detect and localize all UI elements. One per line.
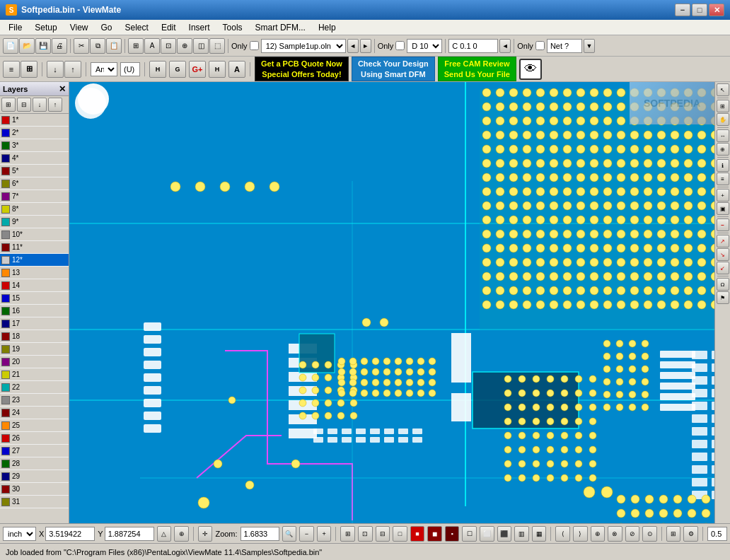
layer-row[interactable]: 22 (0, 381, 69, 394)
open-btn[interactable]: 📂 (19, 38, 35, 54)
layer-row[interactable]: 27 (0, 445, 69, 457)
layers-toggle-btn[interactable]: ≡ (3, 61, 20, 78)
layer-row[interactable]: 21 (0, 368, 69, 381)
save-btn[interactable]: 💾 (35, 38, 51, 54)
layer-row[interactable]: 16 (0, 305, 69, 317)
layer-row[interactable]: 11* (0, 241, 69, 254)
layer-row[interactable]: 6* (0, 177, 69, 190)
extra-btn1[interactable]: ⟨ (555, 526, 570, 542)
grid-btn[interactable]: ⊞ (666, 526, 681, 542)
menu-help[interactable]: Help (313, 21, 342, 34)
menu-setup[interactable]: Setup (29, 21, 62, 34)
menu-tools[interactable]: Tools (217, 21, 248, 34)
print-btn[interactable]: 🖨 (52, 38, 67, 54)
tool4-btn[interactable]: ⊕ (177, 38, 192, 54)
menu-smartdfm[interactable]: Smart DFM... (250, 21, 311, 34)
move-down-btn[interactable]: ↓ (47, 61, 64, 78)
sample-select[interactable]: 12) Sample1up.oln (261, 39, 346, 53)
rt-btn-zoom-region[interactable]: ⊞ (717, 100, 729, 112)
rt-btn-pan[interactable]: ✋ (717, 113, 729, 126)
tool6-btn[interactable]: ⬚ (209, 38, 225, 54)
layer-row[interactable]: 9* (0, 216, 69, 228)
paste-btn[interactable]: 📋 (106, 38, 122, 54)
toolbar2-btn5[interactable]: A (228, 61, 245, 78)
view-btn1[interactable]: ⊞ (340, 526, 355, 542)
rt-btn-info[interactable]: ℹ (717, 159, 729, 172)
banner-cam[interactable]: Free CAM Review Send Us Your File (438, 57, 516, 81)
view-btn2[interactable]: ⊡ (358, 526, 373, 542)
view-btn8[interactable]: ☐ (462, 526, 477, 542)
layer-row[interactable]: 2* (0, 127, 69, 139)
sample-next[interactable]: ► (360, 39, 371, 53)
layer-row[interactable]: 17 (0, 317, 69, 330)
rt-btn-net[interactable]: Ω (717, 278, 729, 291)
layer-row[interactable]: 14 (0, 279, 69, 292)
view-btn5[interactable]: ■ (410, 526, 425, 542)
rt-btn-check[interactable]: ↙ (717, 262, 729, 274)
only-check2[interactable] (395, 41, 405, 50)
menu-insert[interactable]: Insert (183, 21, 216, 34)
only-check3[interactable] (535, 41, 545, 50)
maximize-button[interactable]: □ (692, 4, 707, 16)
layer-row[interactable]: 30 (0, 483, 69, 496)
banner-dfm[interactable]: Check Your Design Using Smart DFM (352, 57, 435, 81)
measure-angle-btn[interactable]: △ (157, 526, 172, 542)
minimize-button[interactable]: − (675, 4, 690, 16)
any-select[interactable]: Any (91, 62, 117, 76)
rt-btn-minus[interactable]: − (717, 218, 729, 231)
rt-btn-add[interactable]: + (717, 189, 729, 202)
layer-row[interactable]: 23 (0, 394, 69, 407)
menu-select[interactable]: Select (120, 21, 154, 34)
layer-nav-down[interactable]: ↓ (33, 98, 47, 112)
layer-row[interactable]: 29 (0, 470, 69, 483)
extra-btn4[interactable]: ⊗ (608, 526, 622, 542)
layer-row[interactable]: 15 (0, 292, 69, 305)
toolbar2-btn4[interactable]: H (209, 61, 226, 78)
c-prev[interactable]: ◄ (499, 39, 511, 53)
toolbar2-btn3[interactable]: G+ (189, 61, 206, 78)
menu-edit[interactable]: Edit (156, 21, 182, 34)
layer-row[interactable]: 26 (0, 432, 69, 445)
view-btn12[interactable]: ▦ (532, 526, 547, 542)
layers-close-btn[interactable]: ✕ (59, 84, 66, 94)
move-up-btn[interactable]: ↑ (64, 61, 81, 78)
menu-view[interactable]: View (64, 21, 94, 34)
layer-row[interactable]: 24 (0, 407, 69, 419)
layer-nav-up[interactable]: ↑ (48, 98, 62, 112)
banner-pcb[interactable]: Get a PCB Quote Now Special Offers Today… (255, 57, 349, 81)
layer-nav-tr[interactable]: ⊟ (17, 98, 31, 112)
new-btn[interactable]: 📄 (3, 38, 18, 54)
extra-btn6[interactable]: ⊙ (642, 526, 657, 542)
net-arrow[interactable]: ▼ (584, 39, 595, 53)
layer-row[interactable]: 10* (0, 228, 69, 241)
view-btn7[interactable]: ▪ (445, 526, 460, 542)
layer-row[interactable]: 4* (0, 152, 69, 165)
zoom-out-btn[interactable]: − (299, 526, 314, 542)
extra-btn2[interactable]: ⟩ (573, 526, 588, 542)
layer-row[interactable]: 12* (0, 254, 69, 267)
rt-btn-arrow-up[interactable]: ↘ (717, 248, 729, 261)
toolbar2-btn1[interactable]: H (149, 61, 166, 78)
tool2-btn[interactable]: A (144, 38, 160, 54)
rt-btn-layers2[interactable]: ≡ (717, 173, 729, 185)
eye-button[interactable]: 👁 (519, 59, 542, 80)
layer-row[interactable]: 13 (0, 267, 69, 279)
rt-btn-measure[interactable]: ↔ (717, 129, 729, 142)
tool1-btn[interactable]: ⊞ (128, 38, 144, 54)
layer-row[interactable]: 1* (0, 114, 69, 127)
measure-pos-btn[interactable]: ⊕ (174, 526, 189, 542)
layer-row[interactable]: 20 (0, 356, 69, 368)
crosshair-btn[interactable]: ✛ (198, 526, 213, 542)
view-btn9[interactable]: ⬜ (480, 526, 494, 542)
layer-row[interactable]: 8* (0, 203, 69, 216)
extra-btn5[interactable]: ⊘ (625, 526, 640, 542)
view-btn10[interactable]: ⬛ (497, 526, 512, 542)
sample-prev[interactable]: ◄ (347, 39, 359, 53)
rt-btn-cursor[interactable]: ↖ (717, 83, 729, 96)
zoom-in-btn[interactable]: + (317, 526, 332, 542)
layer-row[interactable]: 7* (0, 190, 69, 203)
close-button[interactable]: ✕ (709, 4, 724, 16)
layer-row[interactable]: 3* (0, 139, 69, 152)
layer-row[interactable]: 18 (0, 330, 69, 343)
only-check1[interactable] (250, 41, 259, 50)
